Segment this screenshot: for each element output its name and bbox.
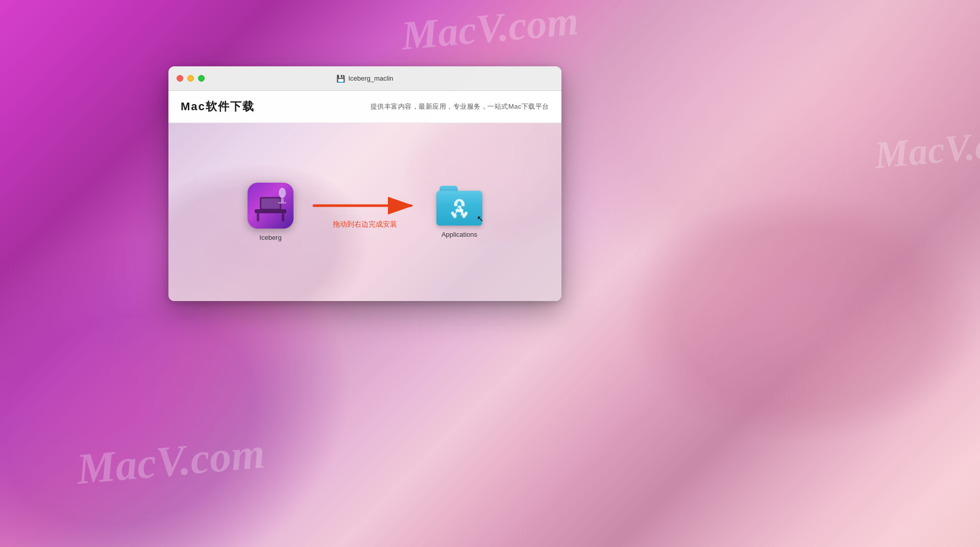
install-content: Iceberg 拖动到右边完成安装 xyxy=(168,123,561,301)
svg-rect-4 xyxy=(282,213,284,221)
disk-icon: 💾 xyxy=(336,74,345,83)
arrow-container: 拖动到右边完成安装 xyxy=(293,195,436,229)
app-name-label: Iceberg xyxy=(259,234,281,241)
traffic-lights xyxy=(168,75,205,82)
maximize-button[interactable] xyxy=(198,75,205,82)
drag-hint-text: 拖动到右边完成安装 xyxy=(333,220,397,229)
wallpaper-wave-3 xyxy=(623,190,980,445)
window-title-text: Iceberg_maclin xyxy=(348,74,393,82)
svg-rect-10 xyxy=(278,202,286,204)
titlebar: 💾 Iceberg_maclin xyxy=(168,66,561,91)
svg-rect-7 xyxy=(268,210,273,213)
drag-arrow xyxy=(309,195,421,216)
appstore-icon: A xyxy=(447,196,472,220)
applications-folder-icon[interactable]: A ↖ xyxy=(436,186,482,226)
window-content: Mac软件下载 提供丰富内容，最新应用，专业服务，一站式Mac下载平台 xyxy=(168,91,561,301)
svg-text:A: A xyxy=(454,202,465,218)
applications-label: Applications xyxy=(442,231,477,238)
site-title: Mac软件下载 xyxy=(181,99,255,114)
header-bar: Mac软件下载 提供丰富内容，最新应用，专业服务，一站式Mac下载平台 xyxy=(168,91,561,123)
dmg-install-area: Iceberg 拖动到右边完成安装 xyxy=(168,123,561,301)
app-icon-container[interactable]: Iceberg xyxy=(248,183,293,241)
svg-rect-6 xyxy=(261,198,280,209)
site-subtitle: 提供丰富内容，最新应用，专业服务，一站式Mac下载平台 xyxy=(371,102,549,111)
app-icon[interactable] xyxy=(248,183,293,229)
svg-rect-3 xyxy=(257,213,259,221)
window-title: 💾 Iceberg_maclin xyxy=(336,74,393,83)
minimize-button[interactable] xyxy=(187,75,194,82)
close-button[interactable] xyxy=(177,75,183,82)
main-window: 💾 Iceberg_maclin Mac软件下载 提供丰富内容，最新应用，专业服… xyxy=(168,66,561,301)
folder-body: A xyxy=(436,191,482,226)
app-icon-inner xyxy=(248,183,293,229)
app-icon-svg xyxy=(248,183,293,229)
applications-folder-container[interactable]: A ↖ Applications xyxy=(436,186,482,238)
